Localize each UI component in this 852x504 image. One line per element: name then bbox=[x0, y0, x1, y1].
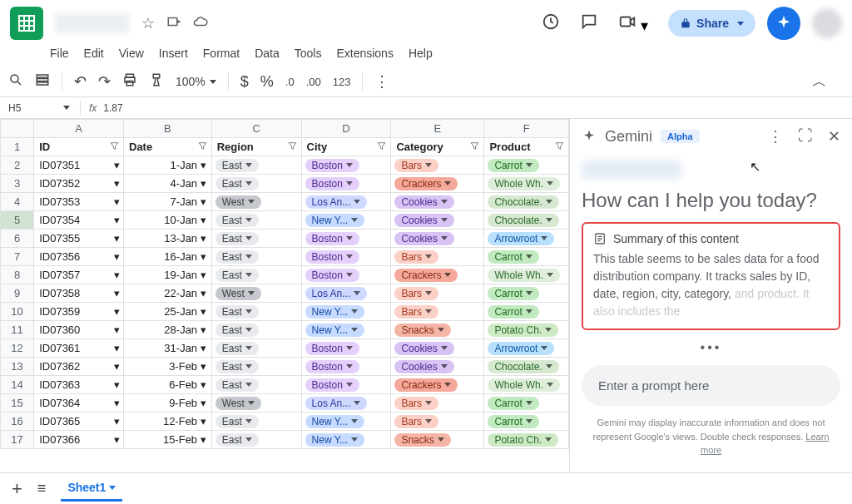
cell-city[interactable]: Boston bbox=[301, 376, 391, 394]
comments-icon[interactable] bbox=[580, 12, 598, 35]
dropdown-caret-icon[interactable]: ▾ bbox=[201, 177, 206, 190]
cell-city[interactable]: Boston bbox=[301, 248, 391, 266]
cell-date[interactable]: 7-Jan ▾ bbox=[124, 193, 212, 211]
filter-icon[interactable] bbox=[376, 141, 387, 154]
cell-id[interactable]: ID07364▾ bbox=[34, 394, 124, 413]
dropdown-caret-icon[interactable]: ▾ bbox=[201, 250, 206, 263]
chip-product[interactable]: Carrot bbox=[488, 305, 538, 319]
menu-tools[interactable]: Tools bbox=[295, 47, 322, 60]
chip-category[interactable]: Bars bbox=[394, 397, 438, 410]
row-header[interactable]: 5 bbox=[1, 211, 34, 230]
row-header[interactable]: 8 bbox=[1, 266, 34, 284]
dropdown-caret-icon[interactable]: ▾ bbox=[114, 287, 120, 299]
cell-region[interactable]: East bbox=[211, 413, 301, 431]
chip-city[interactable]: Boston bbox=[305, 250, 359, 264]
dropdown-caret-icon[interactable]: ▾ bbox=[114, 415, 120, 427]
cell-city[interactable]: Boston bbox=[301, 266, 391, 284]
chip-region[interactable]: East bbox=[215, 324, 259, 337]
row-header[interactable]: 15 bbox=[1, 394, 34, 413]
menu-extensions[interactable]: Extensions bbox=[336, 47, 393, 60]
cell-region[interactable]: West bbox=[211, 284, 301, 303]
chip-product[interactable]: Whole Wh. bbox=[488, 378, 560, 392]
chip-product[interactable]: Carrot bbox=[488, 250, 538, 264]
cell-reference[interactable]: H5 bbox=[5, 102, 63, 114]
cell-id[interactable]: ID07362▾ bbox=[34, 358, 124, 376]
cell-category[interactable]: Cookies bbox=[391, 193, 484, 211]
chip-product[interactable]: Chocolate. bbox=[488, 195, 558, 209]
share-button[interactable]: Share bbox=[668, 10, 755, 37]
chip-city[interactable]: Boston bbox=[305, 177, 359, 190]
chip-region[interactable]: East bbox=[215, 360, 259, 373]
percent-icon[interactable]: % bbox=[260, 73, 274, 91]
cell-id[interactable]: ID07354▾ bbox=[34, 211, 124, 230]
dropdown-caret-icon[interactable]: ▾ bbox=[201, 305, 206, 318]
cell-region[interactable]: East bbox=[211, 175, 301, 193]
cell-date[interactable]: 15-Feb ▾ bbox=[124, 431, 212, 449]
sheet-tab[interactable]: Sheet1 bbox=[61, 476, 122, 502]
cell-id[interactable]: ID07353▾ bbox=[34, 193, 124, 211]
dropdown-caret-icon[interactable]: ▾ bbox=[201, 195, 206, 208]
row-header[interactable]: 2 bbox=[1, 156, 34, 175]
cell-region[interactable]: East bbox=[211, 230, 301, 248]
dropdown-caret-icon[interactable]: ▾ bbox=[201, 415, 206, 427]
cell-region[interactable]: East bbox=[211, 211, 301, 230]
dropdown-caret-icon[interactable]: ▾ bbox=[114, 433, 120, 446]
cell-product[interactable]: Carrot bbox=[484, 248, 569, 266]
chip-city[interactable]: New Y... bbox=[305, 305, 365, 319]
cell-region[interactable]: East bbox=[211, 321, 301, 339]
dropdown-caret-icon[interactable]: ▾ bbox=[201, 287, 206, 299]
filename[interactable] bbox=[55, 13, 130, 33]
chip-region[interactable]: East bbox=[215, 214, 259, 227]
account-avatar[interactable] bbox=[812, 8, 842, 38]
chip-region[interactable]: East bbox=[215, 269, 259, 282]
chip-product[interactable]: Arrowroot bbox=[488, 342, 554, 355]
more-toolbar-icon[interactable]: ⋮ bbox=[374, 72, 389, 91]
cell-id[interactable]: ID07361▾ bbox=[34, 339, 124, 358]
cell-product[interactable]: Potato Ch. bbox=[484, 431, 569, 449]
chip-product[interactable]: Arrowroot bbox=[488, 232, 554, 245]
summary-card[interactable]: Summary of this content This table seems… bbox=[582, 222, 840, 330]
row-header[interactable]: 10 bbox=[1, 303, 34, 321]
sheets-logo[interactable] bbox=[10, 7, 43, 40]
chip-category[interactable]: Snacks bbox=[394, 433, 450, 447]
cell-city[interactable]: Boston bbox=[301, 156, 391, 175]
increase-decimal-icon[interactable]: .00 bbox=[306, 76, 321, 88]
chip-category[interactable]: Cookies bbox=[394, 214, 453, 227]
cell-region[interactable]: West bbox=[211, 394, 301, 413]
cell-product[interactable]: Carrot bbox=[484, 284, 569, 303]
col-header[interactable]: E bbox=[391, 120, 484, 138]
dropdown-caret-icon[interactable]: ▾ bbox=[114, 397, 120, 409]
column-header-region[interactable]: Region bbox=[211, 138, 301, 156]
cell-category[interactable]: Bars bbox=[391, 394, 484, 413]
cell-region[interactable]: East bbox=[211, 431, 301, 449]
cell-product[interactable]: Carrot bbox=[484, 413, 569, 431]
cell-date[interactable]: 4-Jan ▾ bbox=[124, 175, 212, 193]
cell-city[interactable]: Boston bbox=[301, 358, 391, 376]
chip-category[interactable]: Crackers bbox=[394, 177, 458, 190]
currency-icon[interactable]: $ bbox=[240, 73, 249, 91]
cell-date[interactable]: 28-Jan ▾ bbox=[124, 321, 212, 339]
more-formats-icon[interactable]: 123 bbox=[333, 76, 351, 88]
cell-city[interactable]: Los An... bbox=[301, 284, 391, 303]
filter-icon[interactable] bbox=[469, 141, 480, 154]
chip-category[interactable]: Bars bbox=[394, 159, 438, 172]
menu-file[interactable]: File bbox=[50, 47, 69, 60]
row-header[interactable]: 1 bbox=[1, 138, 34, 156]
gemini-close-icon[interactable]: ✕ bbox=[828, 127, 840, 146]
chip-city[interactable]: Los An... bbox=[305, 195, 368, 209]
chip-product[interactable]: Whole Wh. bbox=[488, 269, 560, 282]
menu-help[interactable]: Help bbox=[409, 47, 433, 60]
filter-icon[interactable] bbox=[197, 141, 208, 154]
cell-region[interactable]: East bbox=[211, 339, 301, 358]
chip-category[interactable]: Cookies bbox=[394, 232, 453, 245]
chip-category[interactable]: Cookies bbox=[394, 360, 453, 373]
undo-icon[interactable]: ↶ bbox=[74, 72, 87, 91]
menu-edit[interactable]: Edit bbox=[84, 47, 104, 60]
cell-date[interactable]: 31-Jan ▾ bbox=[124, 339, 212, 358]
cell-product[interactable]: Carrot bbox=[484, 156, 569, 175]
chip-category[interactable]: Crackers bbox=[394, 378, 458, 392]
chip-product[interactable]: Carrot bbox=[488, 397, 538, 410]
cell-region[interactable]: East bbox=[211, 156, 301, 175]
move-icon[interactable] bbox=[166, 14, 181, 33]
more-suggestions[interactable]: ••• bbox=[582, 340, 840, 355]
